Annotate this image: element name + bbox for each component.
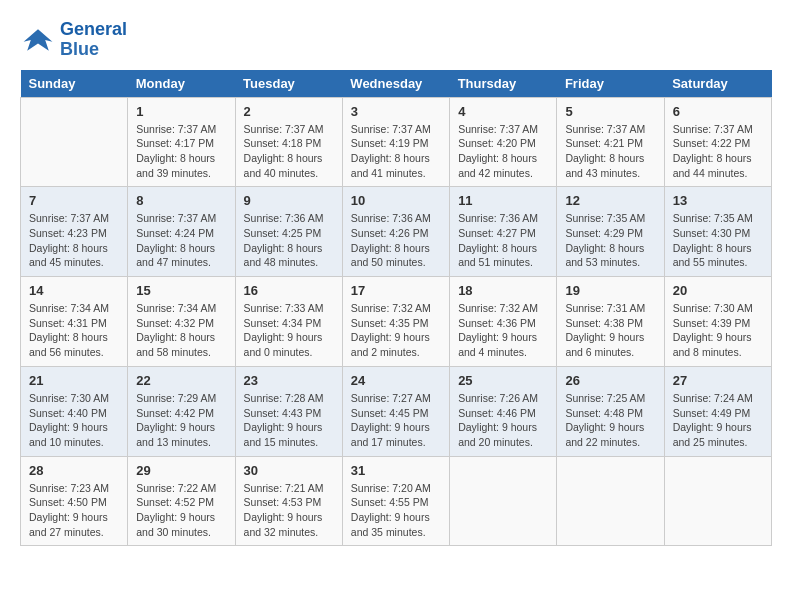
cell-info: Sunrise: 7:33 AMSunset: 4:34 PMDaylight:… [244, 301, 334, 360]
day-number: 18 [458, 283, 548, 298]
calendar-cell: 30Sunrise: 7:21 AMSunset: 4:53 PMDayligh… [235, 456, 342, 546]
day-number: 12 [565, 193, 655, 208]
day-number: 13 [673, 193, 763, 208]
cell-info: Sunrise: 7:25 AMSunset: 4:48 PMDaylight:… [565, 391, 655, 450]
day-number: 7 [29, 193, 119, 208]
weekday-header-sunday: Sunday [21, 70, 128, 98]
calendar-cell [450, 456, 557, 546]
day-number: 6 [673, 104, 763, 119]
day-number: 27 [673, 373, 763, 388]
page-header: General Blue [20, 20, 772, 60]
calendar-cell: 19Sunrise: 7:31 AMSunset: 4:38 PMDayligh… [557, 277, 664, 367]
calendar-cell: 20Sunrise: 7:30 AMSunset: 4:39 PMDayligh… [664, 277, 771, 367]
svg-marker-0 [24, 29, 53, 51]
calendar-cell: 7Sunrise: 7:37 AMSunset: 4:23 PMDaylight… [21, 187, 128, 277]
calendar-row-0: 1Sunrise: 7:37 AMSunset: 4:17 PMDaylight… [21, 97, 772, 187]
day-number: 20 [673, 283, 763, 298]
calendar-cell: 5Sunrise: 7:37 AMSunset: 4:21 PMDaylight… [557, 97, 664, 187]
day-number: 5 [565, 104, 655, 119]
cell-info: Sunrise: 7:37 AMSunset: 4:21 PMDaylight:… [565, 122, 655, 181]
calendar-cell: 21Sunrise: 7:30 AMSunset: 4:40 PMDayligh… [21, 366, 128, 456]
calendar-cell: 22Sunrise: 7:29 AMSunset: 4:42 PMDayligh… [128, 366, 235, 456]
calendar-cell: 31Sunrise: 7:20 AMSunset: 4:55 PMDayligh… [342, 456, 449, 546]
calendar-cell: 25Sunrise: 7:26 AMSunset: 4:46 PMDayligh… [450, 366, 557, 456]
calendar-cell [664, 456, 771, 546]
cell-info: Sunrise: 7:35 AMSunset: 4:30 PMDaylight:… [673, 211, 763, 270]
day-number: 24 [351, 373, 441, 388]
calendar-row-3: 21Sunrise: 7:30 AMSunset: 4:40 PMDayligh… [21, 366, 772, 456]
logo-text: General Blue [60, 20, 127, 60]
day-number: 28 [29, 463, 119, 478]
cell-info: Sunrise: 7:29 AMSunset: 4:42 PMDaylight:… [136, 391, 226, 450]
cell-info: Sunrise: 7:30 AMSunset: 4:40 PMDaylight:… [29, 391, 119, 450]
calendar-cell: 12Sunrise: 7:35 AMSunset: 4:29 PMDayligh… [557, 187, 664, 277]
cell-info: Sunrise: 7:34 AMSunset: 4:31 PMDaylight:… [29, 301, 119, 360]
calendar-cell: 1Sunrise: 7:37 AMSunset: 4:17 PMDaylight… [128, 97, 235, 187]
weekday-header-row: SundayMondayTuesdayWednesdayThursdayFrid… [21, 70, 772, 98]
weekday-header-monday: Monday [128, 70, 235, 98]
day-number: 22 [136, 373, 226, 388]
calendar-cell: 27Sunrise: 7:24 AMSunset: 4:49 PMDayligh… [664, 366, 771, 456]
calendar-cell: 17Sunrise: 7:32 AMSunset: 4:35 PMDayligh… [342, 277, 449, 367]
calendar-row-4: 28Sunrise: 7:23 AMSunset: 4:50 PMDayligh… [21, 456, 772, 546]
day-number: 2 [244, 104, 334, 119]
cell-info: Sunrise: 7:34 AMSunset: 4:32 PMDaylight:… [136, 301, 226, 360]
day-number: 16 [244, 283, 334, 298]
calendar-row-2: 14Sunrise: 7:34 AMSunset: 4:31 PMDayligh… [21, 277, 772, 367]
weekday-header-tuesday: Tuesday [235, 70, 342, 98]
calendar-cell: 18Sunrise: 7:32 AMSunset: 4:36 PMDayligh… [450, 277, 557, 367]
cell-info: Sunrise: 7:36 AMSunset: 4:25 PMDaylight:… [244, 211, 334, 270]
day-number: 30 [244, 463, 334, 478]
cell-info: Sunrise: 7:24 AMSunset: 4:49 PMDaylight:… [673, 391, 763, 450]
cell-info: Sunrise: 7:35 AMSunset: 4:29 PMDaylight:… [565, 211, 655, 270]
calendar-row-1: 7Sunrise: 7:37 AMSunset: 4:23 PMDaylight… [21, 187, 772, 277]
day-number: 4 [458, 104, 548, 119]
cell-info: Sunrise: 7:37 AMSunset: 4:18 PMDaylight:… [244, 122, 334, 181]
cell-info: Sunrise: 7:30 AMSunset: 4:39 PMDaylight:… [673, 301, 763, 360]
calendar-cell: 16Sunrise: 7:33 AMSunset: 4:34 PMDayligh… [235, 277, 342, 367]
cell-info: Sunrise: 7:37 AMSunset: 4:19 PMDaylight:… [351, 122, 441, 181]
weekday-header-saturday: Saturday [664, 70, 771, 98]
cell-info: Sunrise: 7:37 AMSunset: 4:17 PMDaylight:… [136, 122, 226, 181]
cell-info: Sunrise: 7:37 AMSunset: 4:23 PMDaylight:… [29, 211, 119, 270]
day-number: 9 [244, 193, 334, 208]
day-number: 10 [351, 193, 441, 208]
cell-info: Sunrise: 7:36 AMSunset: 4:26 PMDaylight:… [351, 211, 441, 270]
weekday-header-friday: Friday [557, 70, 664, 98]
weekday-header-wednesday: Wednesday [342, 70, 449, 98]
cell-info: Sunrise: 7:23 AMSunset: 4:50 PMDaylight:… [29, 481, 119, 540]
calendar-cell: 10Sunrise: 7:36 AMSunset: 4:26 PMDayligh… [342, 187, 449, 277]
day-number: 11 [458, 193, 548, 208]
cell-info: Sunrise: 7:20 AMSunset: 4:55 PMDaylight:… [351, 481, 441, 540]
day-number: 25 [458, 373, 548, 388]
logo-icon [20, 22, 56, 58]
calendar-cell: 2Sunrise: 7:37 AMSunset: 4:18 PMDaylight… [235, 97, 342, 187]
day-number: 19 [565, 283, 655, 298]
calendar-cell: 14Sunrise: 7:34 AMSunset: 4:31 PMDayligh… [21, 277, 128, 367]
calendar-cell: 26Sunrise: 7:25 AMSunset: 4:48 PMDayligh… [557, 366, 664, 456]
cell-info: Sunrise: 7:32 AMSunset: 4:35 PMDaylight:… [351, 301, 441, 360]
calendar-cell: 11Sunrise: 7:36 AMSunset: 4:27 PMDayligh… [450, 187, 557, 277]
day-number: 21 [29, 373, 119, 388]
day-number: 14 [29, 283, 119, 298]
day-number: 15 [136, 283, 226, 298]
calendar-cell: 4Sunrise: 7:37 AMSunset: 4:20 PMDaylight… [450, 97, 557, 187]
cell-info: Sunrise: 7:22 AMSunset: 4:52 PMDaylight:… [136, 481, 226, 540]
day-number: 29 [136, 463, 226, 478]
cell-info: Sunrise: 7:32 AMSunset: 4:36 PMDaylight:… [458, 301, 548, 360]
calendar-cell: 3Sunrise: 7:37 AMSunset: 4:19 PMDaylight… [342, 97, 449, 187]
day-number: 26 [565, 373, 655, 388]
cell-info: Sunrise: 7:21 AMSunset: 4:53 PMDaylight:… [244, 481, 334, 540]
day-number: 23 [244, 373, 334, 388]
calendar-cell: 13Sunrise: 7:35 AMSunset: 4:30 PMDayligh… [664, 187, 771, 277]
day-number: 3 [351, 104, 441, 119]
cell-info: Sunrise: 7:37 AMSunset: 4:24 PMDaylight:… [136, 211, 226, 270]
calendar-cell: 28Sunrise: 7:23 AMSunset: 4:50 PMDayligh… [21, 456, 128, 546]
calendar-cell: 29Sunrise: 7:22 AMSunset: 4:52 PMDayligh… [128, 456, 235, 546]
day-number: 31 [351, 463, 441, 478]
cell-info: Sunrise: 7:37 AMSunset: 4:20 PMDaylight:… [458, 122, 548, 181]
calendar-cell [557, 456, 664, 546]
day-number: 1 [136, 104, 226, 119]
day-number: 17 [351, 283, 441, 298]
cell-info: Sunrise: 7:31 AMSunset: 4:38 PMDaylight:… [565, 301, 655, 360]
